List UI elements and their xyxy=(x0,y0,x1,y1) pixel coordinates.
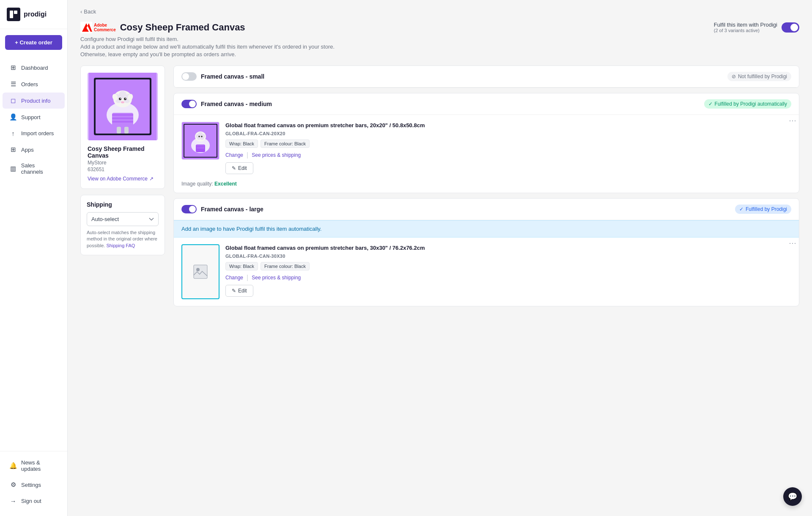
variant-toggle-small[interactable] xyxy=(181,72,197,81)
nav-items: ⊞ Dashboard ☰ Orders ◻ Product info 👤 Su… xyxy=(0,56,67,451)
left-panel: Cosy Sheep Framed Canvas MyStore 632651 … xyxy=(80,66,165,311)
product-card: Cosy Sheep Framed Canvas MyStore 632651 … xyxy=(80,66,165,189)
edit-button-medium[interactable]: ✎ Edit xyxy=(225,162,253,174)
variant-card-small: Framed canvas - small ⊘ Not fulfilled by… xyxy=(173,66,799,88)
page-header: Adobe Commerce Cosy Sheep Framed Canvas … xyxy=(80,22,799,59)
dashboard-icon: ⊞ xyxy=(9,64,17,71)
product-thumb-large xyxy=(181,244,219,299)
title-section: Adobe Commerce Cosy Sheep Framed Canvas … xyxy=(80,22,335,59)
svg-point-46 xyxy=(196,268,200,271)
back-label: Back xyxy=(84,8,96,15)
frame-tag-large: Frame colour: Black xyxy=(261,262,310,270)
shipping-select[interactable]: Auto-select xyxy=(87,212,159,226)
separator: | xyxy=(247,151,248,159)
product-actions-medium: Change | See prices & shipping xyxy=(225,151,425,159)
create-order-button[interactable]: + Create order xyxy=(5,35,62,50)
product-info-medium: Global float framed canvas on premium st… xyxy=(225,122,425,174)
sidebar-item-sign-out[interactable]: → Sign out xyxy=(3,493,65,509)
variant-header-medium: Framed canvas - medium ✓ Fulfilled by Pr… xyxy=(174,93,799,115)
check-circle-icon: ✓ xyxy=(739,206,743,212)
prices-link-large[interactable]: See prices & shipping xyxy=(252,275,301,281)
more-options-large[interactable]: ⋯ xyxy=(786,238,799,248)
change-link-large[interactable]: Change xyxy=(225,275,243,281)
svg-point-17 xyxy=(124,98,126,100)
back-link[interactable]: ‹ Back xyxy=(80,8,799,15)
more-options-medium[interactable]: ⋯ xyxy=(786,115,799,126)
sidebar-item-apps[interactable]: ⊞ Apps xyxy=(3,142,65,158)
logo-icon xyxy=(7,8,20,21)
frame-tag-medium: Frame colour: Black xyxy=(261,139,310,148)
fulfil-toggle[interactable] xyxy=(782,22,799,33)
shipping-faq-link[interactable]: Shipping FAQ xyxy=(106,243,135,248)
product-image xyxy=(88,73,158,140)
product-row-medium: Global float framed canvas on premium st… xyxy=(174,115,799,181)
variant-header-left: Framed canvas - medium xyxy=(181,100,272,108)
edit-label: Edit xyxy=(238,288,247,294)
logo-text: prodigi xyxy=(24,11,47,18)
edit-button-large[interactable]: ✎ Edit xyxy=(225,285,253,297)
svg-rect-42 xyxy=(197,145,204,146)
change-link-medium[interactable]: Change xyxy=(225,152,243,158)
shipping-note: Auto-select matches the shipping method … xyxy=(87,229,159,249)
variant-name-small: Framed canvas - small xyxy=(201,73,264,80)
chat-button[interactable]: 💬 xyxy=(783,487,802,506)
sidebar-item-news-updates[interactable]: 🔔 News & updates xyxy=(3,455,65,476)
product-full-name-large: Global float framed canvas on premium st… xyxy=(225,244,425,252)
svg-rect-45 xyxy=(194,265,207,278)
view-on-adobe-link[interactable]: View on Adobe Commerce ↗ xyxy=(88,176,158,182)
product-thumb-medium xyxy=(181,122,219,160)
sidebar-item-sales-channels[interactable]: ▥ Sales channels xyxy=(3,158,65,179)
chevron-left-icon: ‹ xyxy=(80,8,82,15)
separator: | xyxy=(247,274,248,281)
fulfil-label: Fulfil this item with Prodigi xyxy=(714,22,777,28)
svg-point-20 xyxy=(121,101,124,104)
variant-card-medium: Framed canvas - medium ✓ Fulfilled by Pr… xyxy=(173,93,799,193)
sales-icon: ▥ xyxy=(9,165,17,172)
page-title: Cosy Sheep Framed Canvas xyxy=(120,22,245,33)
sidebar-item-label: Product info xyxy=(21,98,50,104)
adobe-commerce-logo: Adobe Commerce xyxy=(80,22,116,33)
view-link-label: View on Adobe Commerce xyxy=(88,176,148,182)
sidebar-item-dashboard[interactable]: ⊞ Dashboard xyxy=(3,60,65,76)
svg-point-16 xyxy=(119,98,121,100)
status-badge-large: ✓ Fulfilled by Prodigi xyxy=(735,205,791,214)
toggle-thumb xyxy=(189,206,196,213)
sidebar-item-settings[interactable]: ⚙ Settings xyxy=(3,477,65,493)
sidebar-item-label: Support xyxy=(21,114,41,120)
product-details-large: Global float framed canvas on premium st… xyxy=(174,238,433,306)
toggle-thumb xyxy=(182,73,189,80)
status-badge-small: ⊘ Not fulfilled by Prodigi xyxy=(727,72,791,81)
svg-point-39 xyxy=(198,136,200,137)
ban-icon: ⊘ xyxy=(732,74,736,79)
logo-area: prodigi xyxy=(0,0,67,29)
svg-point-18 xyxy=(120,98,121,99)
sidebar-item-support[interactable]: 👤 Support xyxy=(3,109,65,125)
product-tags-large: Wrap: Black Frame colour: Black xyxy=(225,262,425,270)
product-store: MyStore xyxy=(88,160,158,166)
sidebar-item-import-orders[interactable]: ↑ Import orders xyxy=(3,126,65,141)
product-row-large: Global float framed canvas on premium st… xyxy=(174,238,799,306)
orders-icon: ☰ xyxy=(9,80,17,88)
signout-icon: → xyxy=(9,497,17,505)
svg-point-12 xyxy=(119,91,126,98)
svg-rect-25 xyxy=(112,117,133,119)
external-link-icon: ↗ xyxy=(149,176,154,182)
edit-icon: ✎ xyxy=(232,165,236,171)
sidebar-item-orders[interactable]: ☰ Orders xyxy=(3,76,65,92)
variant-toggle-medium[interactable] xyxy=(181,100,197,108)
status-label: Fulfilled by Prodigi automatically xyxy=(715,101,787,107)
check-circle-icon: ✓ xyxy=(708,101,713,107)
content-row: Cosy Sheep Framed Canvas MyStore 632651 … xyxy=(80,66,799,311)
product-info-large: Global float framed canvas on premium st… xyxy=(225,244,425,297)
product-sku-large: GLOBAL-FRA-CAN-30X30 xyxy=(225,254,425,259)
variant-header-small: Framed canvas - small ⊘ Not fulfilled by… xyxy=(174,66,799,87)
svg-point-40 xyxy=(201,136,203,137)
prices-link-medium[interactable]: See prices & shipping xyxy=(252,152,301,158)
svg-point-19 xyxy=(125,98,126,99)
product-thumbnail-art xyxy=(182,122,219,159)
fulfil-label-area: Fulfil this item with Prodigi (2 of 3 va… xyxy=(714,22,777,33)
svg-rect-1 xyxy=(14,11,17,14)
sidebar-item-product-info[interactable]: ◻ Product info xyxy=(3,93,65,109)
variant-toggle-large[interactable] xyxy=(181,205,197,213)
import-icon: ↑ xyxy=(9,130,17,137)
